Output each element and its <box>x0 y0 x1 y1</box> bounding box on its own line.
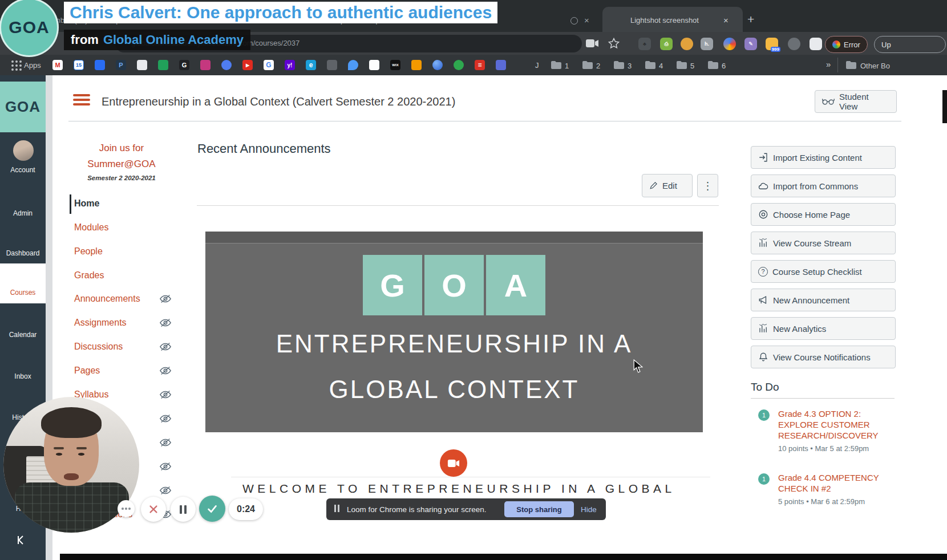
course-nav-assignments[interactable]: Assignments <box>74 318 127 329</box>
screen-share-camera-icon[interactable] <box>585 38 599 48</box>
todo-item[interactable]: Grade 4.4 COMPETENCY CHECK IN #2 5 point… <box>778 472 879 506</box>
sidebar-item-courses[interactable]: Courses <box>0 289 46 297</box>
tab-lightshot[interactable]: Lightshot screenshot <box>630 16 699 25</box>
bookmarks-overflow-chevron[interactable]: » <box>826 59 831 69</box>
bookmark-j[interactable]: J <box>535 61 539 70</box>
folder-icon[interactable] <box>845 60 857 70</box>
folder-icon[interactable] <box>645 60 656 70</box>
choose-home-page-button[interactable]: Choose Home Page <box>751 203 896 226</box>
folder-icon[interactable] <box>582 60 593 70</box>
hide-button[interactable]: Hide <box>581 505 597 514</box>
loom-finish-button[interactable] <box>199 496 225 522</box>
extension-badge[interactable]: 999 <box>771 47 780 52</box>
sidebar-item-admin[interactable]: Admin <box>0 209 46 217</box>
sidebar-item-dashboard[interactable]: Dashboard <box>0 249 46 257</box>
shield-key-icon[interactable] <box>465 187 482 206</box>
bookmark-favicon[interactable] <box>327 60 337 70</box>
student-view-button[interactable]: Student View <box>815 90 897 113</box>
tab-close-icon[interactable]: × <box>723 15 729 25</box>
todo-link-line[interactable]: EXPLORE CUSTOMER <box>778 419 879 430</box>
bookmark-favicon[interactable]: ▶ <box>242 60 253 70</box>
bookmark-favicon[interactable] <box>496 60 506 70</box>
todo-link-line[interactable]: Grade 4.4 COMPETENCY <box>778 472 879 483</box>
course-nav-modules[interactable]: Modules <box>74 222 108 234</box>
apps-grid-icon[interactable] <box>11 60 14 63</box>
bookmark-favicon[interactable] <box>95 60 105 70</box>
sidebar-item-calendar[interactable]: Calendar <box>0 331 46 339</box>
collapse-nav-icon[interactable] <box>16 535 26 545</box>
extension-h-icon[interactable]: h. <box>701 38 713 50</box>
bookmark-favicon[interactable]: WIX <box>390 60 400 70</box>
todo-link-line[interactable]: CHECK IN #2 <box>778 483 879 494</box>
tab-close-icon[interactable]: × <box>584 15 589 25</box>
promo-link-line1[interactable]: Join us for <box>74 143 169 154</box>
loom-pause-button[interactable] <box>171 497 196 522</box>
bookmark-favicon[interactable] <box>137 60 147 70</box>
course-nav-discussions[interactable]: Discussions <box>74 342 123 353</box>
sidebar-item-account[interactable]: Account <box>0 166 46 174</box>
bookmark-star-icon[interactable] <box>608 38 620 49</box>
new-announcement-button[interactable]: New Announcement <box>751 289 896 311</box>
bookmark-folder-6[interactable]: 6 <box>722 62 726 70</box>
bookmark-folder-3[interactable]: 3 <box>628 62 632 70</box>
sidebar-item-inbox[interactable]: Inbox <box>0 372 46 380</box>
folder-icon[interactable] <box>707 60 719 70</box>
course-nav-home[interactable]: Home <box>74 198 99 210</box>
loom-more-button[interactable] <box>118 500 135 517</box>
kebab-menu-button[interactable]: ⋮ <box>697 174 718 197</box>
stop-sharing-button[interactable]: Stop sharing <box>504 501 574 517</box>
folder-icon[interactable] <box>551 60 562 70</box>
bookmark-favicon[interactable] <box>454 60 464 70</box>
extension-icon[interactable] <box>788 38 800 50</box>
bookmark-favicon[interactable]: G <box>264 60 274 70</box>
view-course-notifications-button[interactable]: View Course Notifications <box>751 346 896 368</box>
bookmark-folder-2[interactable]: 2 <box>596 62 600 70</box>
sidebar-item-courses-bg[interactable] <box>0 263 46 303</box>
import-existing-content-button[interactable]: Import Existing Content <box>751 146 896 169</box>
course-nav-pages[interactable]: Pages <box>74 366 100 377</box>
view-course-stream-button[interactable]: View Course Stream <box>751 232 896 254</box>
folder-icon[interactable] <box>613 60 625 70</box>
course-nav-grades[interactable]: Grades <box>74 270 104 282</box>
todo-link-line[interactable]: Grade 4.3 OPTION 2: <box>778 408 879 419</box>
apps-label[interactable]: Apps <box>24 61 41 70</box>
todo-link-line[interactable]: RESEARCH/DISCOVERY <box>778 430 879 441</box>
bookmark-favicon[interactable]: G <box>179 60 189 70</box>
todo-item[interactable]: Grade 4.3 OPTION 2: EXPLORE CUSTOMER RES… <box>778 408 879 453</box>
promo-link-line2[interactable]: Summer@GOA <box>74 159 169 170</box>
bookmark-favicon[interactable]: y! <box>285 60 295 70</box>
bookmark-favicon[interactable] <box>369 60 379 70</box>
bookmark-favicon[interactable] <box>200 60 211 70</box>
bookmark-favicon[interactable]: P <box>116 60 126 70</box>
extension-printer-icon[interactable]: ⎙ <box>660 38 673 50</box>
extension-icon[interactable] <box>681 38 693 50</box>
bookmark-favicon[interactable]: ≡ <box>475 60 485 70</box>
other-bookmarks[interactable]: Other Bo <box>860 62 890 70</box>
update-button[interactable]: Up <box>874 36 946 53</box>
course-nav-people[interactable]: People <box>74 246 103 258</box>
bookmark-favicon[interactable]: M <box>52 60 63 70</box>
bookmark-favicon[interactable]: 15 <box>74 60 84 70</box>
extension-puzzle-icon[interactable] <box>810 38 822 50</box>
loom-cancel-button[interactable] <box>141 497 166 522</box>
error-button[interactable]: Error <box>825 36 868 53</box>
import-from-commons-button[interactable]: Import from Commons <box>751 175 896 197</box>
bookmark-favicon[interactable]: e <box>306 60 316 70</box>
bookmark-folder-4[interactable]: 4 <box>659 62 663 70</box>
avatar[interactable] <box>13 140 34 161</box>
extension-feather-icon[interactable]: ✎ <box>744 38 757 50</box>
bookmark-favicon[interactable] <box>432 60 443 70</box>
canvas-brand-logo[interactable]: GOA <box>0 82 46 132</box>
course-nav-announcements[interactable]: Announcements <box>74 294 140 305</box>
video-embed-icon[interactable] <box>440 449 467 477</box>
hamburger-menu-icon[interactable] <box>73 94 90 107</box>
bookmark-favicon[interactable] <box>348 60 358 70</box>
bookmark-folder-1[interactable]: 1 <box>565 62 569 70</box>
bookmark-favicon[interactable] <box>158 60 168 70</box>
folder-icon[interactable] <box>676 60 687 70</box>
bookmark-favicon[interactable] <box>221 60 232 70</box>
new-tab-button[interactable]: + <box>747 13 754 26</box>
extension-pinwheel-icon[interactable] <box>723 38 736 50</box>
edit-button[interactable]: Edit <box>642 174 693 197</box>
new-analytics-button[interactable]: New Analytics <box>751 317 896 340</box>
